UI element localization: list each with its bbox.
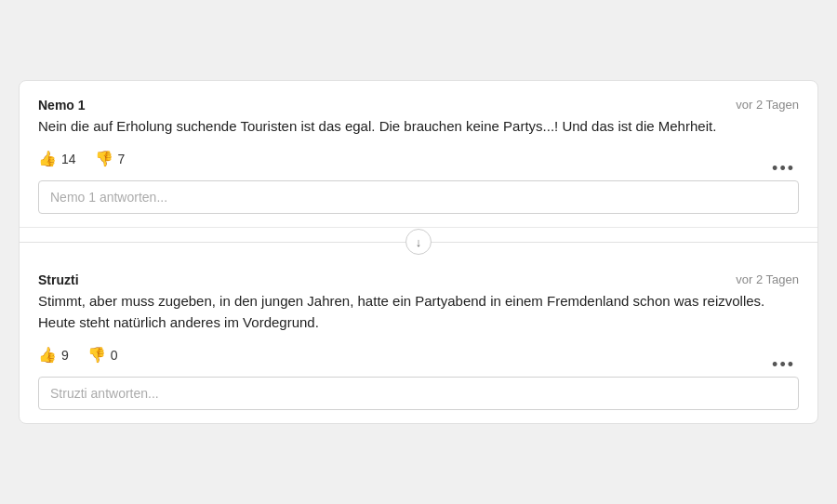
like-button-1[interactable]: 👍 14 bbox=[38, 148, 76, 169]
divider-circle[interactable]: ↓ bbox=[405, 229, 432, 255]
comment-username-2: Struzti bbox=[38, 272, 79, 287]
reply-input-1[interactable] bbox=[38, 180, 799, 214]
comment-header-2: Struzti vor 2 Tagen bbox=[38, 272, 799, 287]
comment-text-2: Stimmt, aber muss zugeben, in den jungen… bbox=[38, 291, 799, 333]
comment-time-1: vor 2 Tagen bbox=[736, 98, 799, 112]
actions-row-2: 👍 9 👎 0 ••• bbox=[38, 344, 799, 377]
comment-text-1: Nein die auf Erholung suchende Touristen… bbox=[38, 116, 799, 138]
comments-container: Nemo 1 vor 2 Tagen Nein die auf Erholung… bbox=[19, 80, 818, 425]
comment-username-1: Nemo 1 bbox=[38, 98, 86, 113]
dislike-button-2[interactable]: 👎 0 bbox=[87, 344, 118, 365]
reply-input-2[interactable] bbox=[38, 377, 799, 410]
divider-row: ↓ bbox=[20, 228, 817, 256]
comment-header-1: Nemo 1 vor 2 Tagen bbox=[38, 98, 799, 113]
dislike-count-2: 0 bbox=[111, 348, 118, 363]
thumbup-icon-1: 👍 bbox=[38, 150, 57, 167]
divider-arrow-icon: ↓ bbox=[416, 235, 422, 249]
like-button-2[interactable]: 👍 9 bbox=[38, 344, 69, 365]
like-count-1: 14 bbox=[61, 152, 76, 166]
thumbdown-icon-2: 👎 bbox=[87, 346, 106, 364]
thumbup-icon-2: 👍 bbox=[38, 346, 57, 364]
comment-actions-2: 👍 9 👎 0 bbox=[38, 344, 118, 365]
thumbdown-icon-1: 👎 bbox=[95, 150, 113, 167]
dislike-count-1: 7 bbox=[118, 152, 126, 166]
actions-row-1: 👍 14 👎 7 ••• bbox=[38, 148, 799, 180]
like-count-2: 9 bbox=[61, 348, 69, 363]
comment-time-2: vor 2 Tagen bbox=[736, 272, 799, 286]
more-button-1[interactable]: ••• bbox=[768, 157, 799, 180]
dislike-button-1[interactable]: 👎 7 bbox=[95, 148, 126, 169]
comment-block-1: Nemo 1 vor 2 Tagen Nein die auf Erholung… bbox=[20, 81, 817, 229]
comment-block-2: Struzti vor 2 Tagen Stimmt, aber muss zu… bbox=[20, 256, 817, 423]
comment-actions-1: 👍 14 👎 7 bbox=[38, 148, 125, 169]
more-button-2[interactable]: ••• bbox=[768, 353, 799, 377]
